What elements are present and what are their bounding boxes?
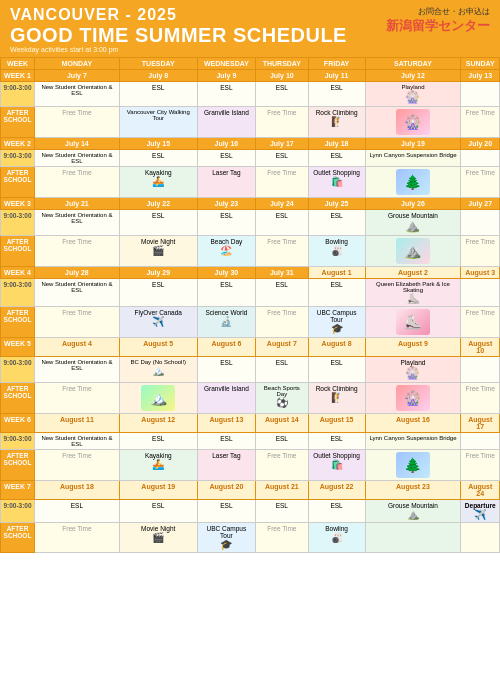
week1-sat-morning: Playland🎡	[365, 82, 461, 107]
week2-after-label: AFTERSCHOOL	[1, 167, 35, 198]
week3-label: WEEK 3	[1, 198, 35, 210]
week7-thu-date: August 21	[256, 481, 309, 500]
week1-thu-after: Free Time	[256, 107, 309, 138]
week6-tue-date: August 12	[119, 414, 197, 433]
week1-sat-date: July 12	[365, 70, 461, 82]
week3-dates: WEEK 3 July 21 July 22 July 23 July 24 J…	[1, 198, 500, 210]
week1-wed-morning: ESL	[197, 82, 255, 107]
week3-fri-morning: ESL	[308, 210, 365, 236]
week3-mon-morning: New Student Orientation & ESL	[35, 210, 120, 236]
week2-sat-morning: Lynn Canyon Suspension Bridge	[365, 150, 461, 167]
week5-sun-date: August 10	[461, 338, 500, 357]
th-monday: MONDAY	[35, 58, 120, 70]
week1-sat-after: 🎡	[365, 107, 461, 138]
week4-sat-after: ⛸️	[365, 307, 461, 338]
week1-tue-after: Vancouver City Walking Tour	[119, 107, 197, 138]
week6-mon-morning: New Student Orientation & ESL	[35, 433, 120, 450]
week6-thu-date: August 14	[256, 414, 309, 433]
week6-tue-after: Kayaking🚣	[119, 450, 197, 481]
week1-dates: WEEK 1 July 7 July 8 July 9 July 10 July…	[1, 70, 500, 82]
week4-wed-after: Science World🔬	[197, 307, 255, 338]
week4-tue-date: July 29	[119, 267, 197, 279]
week4-wed-morning: ESL	[197, 279, 255, 307]
week1-fri-date: July 11	[308, 70, 365, 82]
week5-wed-morning: ESL	[197, 357, 255, 383]
week3-sun-morning	[461, 210, 500, 236]
week1-time-label: 9:00-3:00	[1, 82, 35, 107]
week5-time-label: 9:00-3:00	[1, 357, 35, 383]
week6-mon-date: August 11	[35, 414, 120, 433]
week2-mon-morning: New Student Orientation & ESL	[35, 150, 120, 167]
week3-sun-after: Free Time	[461, 236, 500, 267]
week4-after-label: AFTERSCHOOL	[1, 307, 35, 338]
week1-tue-morning: ESL	[119, 82, 197, 107]
week5-thu-after: Beach Sports Day⚽	[256, 383, 309, 414]
week4-label: WEEK 4	[1, 267, 35, 279]
week5-sat-after: 🎡	[365, 383, 461, 414]
week6-wed-after: Laser Tag	[197, 450, 255, 481]
week2-fri-morning: ESL	[308, 150, 365, 167]
week7-after-label: AFTERSCHOOL	[1, 523, 35, 553]
week5-wed-date: August 6	[197, 338, 255, 357]
week4-wed-date: July 30	[197, 267, 255, 279]
week4-mon-after: Free Time	[35, 307, 120, 338]
week1-sun-date: July 13	[461, 70, 500, 82]
week4-thu-morning: ESL	[256, 279, 309, 307]
column-headers: WEEK MONDAY TUESDAY WEDNESDAY THURSDAY F…	[1, 58, 500, 70]
week7-tue-after: Movie Night🎬	[119, 523, 197, 553]
week6-mon-after: Free Time	[35, 450, 120, 481]
week7-wed-after: UBC Campus Tour🎓	[197, 523, 255, 553]
week7-fri-date: August 22	[308, 481, 365, 500]
week2-thu-date: July 17	[256, 138, 309, 150]
th-tuesday: TUESDAY	[119, 58, 197, 70]
week4-sun-morning	[461, 279, 500, 307]
week2-sun-morning	[461, 150, 500, 167]
week5-after-label: AFTERSCHOOL	[1, 383, 35, 414]
week6-after: AFTERSCHOOL Free Time Kayaking🚣 Laser Ta…	[1, 450, 500, 481]
week2-fri-after: Outlet Shopping🛍️	[308, 167, 365, 198]
week5-label: WEEK 5	[1, 338, 35, 357]
week5-morning: 9:00-3:00 New Student Orientation & ESL …	[1, 357, 500, 383]
week6-fri-morning: ESL	[308, 433, 365, 450]
week2-label: WEEK 2	[1, 138, 35, 150]
week6-sun-after: Free Time	[461, 450, 500, 481]
week4-sat-morning: Queen Elizabeth Park & Ice Skating⛸️	[365, 279, 461, 307]
week6-fri-after: Outlet Shopping🛍️	[308, 450, 365, 481]
week1-morning: 9:00-3:00 New Student Orientation & ESL …	[1, 82, 500, 107]
week3-sat-after: ⛰️	[365, 236, 461, 267]
week2-sat-date: July 19	[365, 138, 461, 150]
week2-wed-after: Laser Tag	[197, 167, 255, 198]
week3-tue-after: Movie Night🎬	[119, 236, 197, 267]
week1-sun-after: Free Time	[461, 107, 500, 138]
week6-wed-date: August 13	[197, 414, 255, 433]
week5-tue-date: August 5	[119, 338, 197, 357]
week4-sat-date: August 2	[365, 267, 461, 279]
week2-time-label: 9:00-3:00	[1, 150, 35, 167]
week2-mon-date: July 14	[35, 138, 120, 150]
week7-sun-morning: Departure✈️	[461, 500, 500, 523]
week6-tue-morning: ESL	[119, 433, 197, 450]
week4-fri-date: August 1	[308, 267, 365, 279]
week3-fri-after: Bowling🎳	[308, 236, 365, 267]
week2-fri-date: July 18	[308, 138, 365, 150]
week6-thu-morning: ESL	[256, 433, 309, 450]
week7-mon-morning: ESL	[35, 500, 120, 523]
week6-morning: 9:00-3:00 New Student Orientation & ESL …	[1, 433, 500, 450]
week1-fri-after: Rock Climbing🧗	[308, 107, 365, 138]
week2-sun-date: July 20	[461, 138, 500, 150]
schedule-table: WEEK MONDAY TUESDAY WEDNESDAY THURSDAY F…	[0, 57, 500, 553]
week4-mon-date: July 28	[35, 267, 120, 279]
week1-after: AFTERSCHOOL Free Time Vancouver City Wal…	[1, 107, 500, 138]
week1-sun-morning	[461, 82, 500, 107]
week3-time-label: 9:00-3:00	[1, 210, 35, 236]
week5-tue-after: 🏔️	[119, 383, 197, 414]
week1-label: WEEK 1	[1, 70, 35, 82]
week2-dates: WEEK 2 July 14 July 15 July 16 July 17 J…	[1, 138, 500, 150]
week6-fri-date: August 15	[308, 414, 365, 433]
week3-wed-morning: ESL	[197, 210, 255, 236]
week3-thu-morning: ESL	[256, 210, 309, 236]
week2-tue-date: July 15	[119, 138, 197, 150]
week7-thu-morning: ESL	[256, 500, 309, 523]
week1-mon-date: July 7	[35, 70, 120, 82]
week3-thu-after: Free Time	[256, 236, 309, 267]
